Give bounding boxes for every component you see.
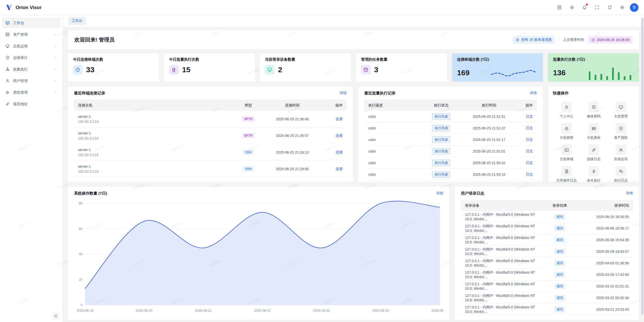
sidebar-item-workbench[interactable]: 工作台 [2,18,61,28]
login-device: 127.0.0.1 - 内网IP - Mozilla/5.0 (Windows … [465,305,542,314]
user-avatar[interactable]: 管 [630,3,638,12]
login-device: 127.0.0.1 - 内网IP - Mozilla/5.0 (Windows … [465,259,542,267]
host-name: server-1 [78,115,234,119]
sidebar-item-project-link[interactable]: 项目地址 [2,99,61,109]
connect-link[interactable]: 连接 [336,167,343,171]
quick-action-主机身份[interactable]: 主机身份 [580,122,607,141]
login-log-card: 用户登录日志 详情 登录设备 登录结果 登录时间 127.0.0.1 - 内网I… [455,187,639,320]
quick-action-资产授权[interactable]: 资产授权 [607,122,634,141]
notifications-button[interactable] [580,3,589,12]
quick-action-个人中心[interactable]: 个人中心 [553,101,580,120]
exec-desc: color [368,172,421,176]
sidebar-item-user-mgmt[interactable]: 用户管理 [2,76,61,86]
stat-card-managed-tasks: 管理的任务数量 3 [356,53,447,82]
column-header: 登录时间 [577,203,629,208]
user-icon [5,79,10,83]
host-name: server-1 [78,131,234,135]
calendar-stat-box [361,65,371,75]
last-login-label: 上次登录时间 [563,38,584,42]
status-badge: 执行完成 [432,125,450,131]
link-icon [591,148,596,152]
stat-card-login-devices: 当前登录设备数量 2 [260,53,351,82]
batch-detail-link[interactable]: 详情 [530,91,537,95]
sidebar-item-label: 批量执行 [13,67,51,72]
filetext-icon [564,169,569,174]
log-link[interactable]: 日志 [526,172,533,176]
quick-action-主机管理[interactable]: 主机管理 [607,101,634,120]
result-badge: 成功 [554,306,565,312]
table-row: color 执行完成 2025-06-25 21:50:10 日志 [364,169,537,180]
fullscreen-button[interactable] [592,3,602,12]
exec-desc: color [368,115,421,119]
quick-action-label: 文件操作日志 [556,178,577,183]
monitor-icon [5,44,10,48]
result-badge: 成功 [554,248,565,255]
result-badge: 成功 [554,272,565,278]
settings-button[interactable] [617,3,627,12]
sidebar-item-batch-exec[interactable]: 批量执行 [2,64,61,75]
monitor-icon [267,67,272,72]
login-detail-link[interactable]: 详情 [626,191,633,196]
sidebar-item-host-ops[interactable]: 主机运维 [2,41,61,51]
scrollbar[interactable] [641,18,643,315]
workspace-button[interactable] [554,3,564,12]
quick-action-执行日志[interactable]: 执行日志 [607,165,634,184]
quick-action-主机密钥[interactable]: 主机密钥 [553,122,580,141]
log-link[interactable]: 日志 [526,149,533,153]
quick-action-命令执行[interactable]: 命令执行 [580,165,607,184]
stat-value: 33 [86,65,94,74]
quick-action-主机终端[interactable]: 主机终端 [553,144,580,162]
user-icon [564,105,569,110]
login-device: 127.0.0.1 - 内网IP - Mozilla/5.0 (Windows … [465,247,542,256]
quick-action-在线会话[interactable]: 在线会话 [607,144,634,162]
card-title: 最近终端连接记录 [74,91,105,96]
connect-time: 2025-06-25 21:29:00 [262,167,323,171]
clock-icon [591,38,595,42]
terminal-detail-link[interactable]: 详情 [340,91,347,95]
stats-row: 今日连接终端次数 33 今日批量执行次数 {} 15 当前登录设备数量 2 [68,53,639,82]
connect-time: 2025-06-25 21:35:57 [262,134,323,138]
last-login-time-chip: 2025-06-25 19:26:55 [588,36,632,44]
connect-time: 2025-06-25 21:36:40 [262,117,323,121]
breadcrumb-item-workbench[interactable]: 工作台 [68,17,86,25]
sidebar-item-assets[interactable]: 资产管理 [2,29,61,40]
theme-toggle-button[interactable] [567,3,577,12]
status-badge: 执行完成 [432,171,450,178]
sidebar-collapse-button[interactable] [52,311,60,320]
type-badge: SFTP [242,116,255,122]
login-device: 127.0.0.1 - 内网IP - Mozilla/5.0 (Windows … [465,270,542,279]
users-icon [619,148,623,152]
code-square-icon [557,5,562,10]
sidebar-item-label: 资产管理 [13,32,51,37]
refresh-button[interactable] [605,3,614,12]
exec-time: 2025-06-25 21:50:10 [461,172,517,176]
sidebar-item-ops-audit[interactable]: 运维审计 [2,52,61,63]
card-title: 系统操作数量 (7日) [74,191,107,196]
log-link[interactable]: 日志 [526,126,533,130]
terminal-icon [564,148,569,152]
quick-action-连接日志[interactable]: 连接日志 [580,144,607,162]
chevron-down-icon [54,56,57,59]
quick-action-文件操作日志[interactable]: 文件操作日志 [553,165,580,184]
fullscreen-icon [595,5,599,10]
quick-action-修改密码[interactable]: 修改密码 [580,101,607,120]
svg-text:2025-06-23: 2025-06-23 [313,309,330,312]
calendar-clock-icon [363,67,368,72]
clock-icon [75,67,80,72]
connect-link[interactable]: 连接 [336,150,343,154]
svg-text:2025-06-21: 2025-06-21 [195,309,212,312]
sidebar-item-system-mgmt[interactable]: 系统管理 [2,87,61,98]
log-link[interactable]: 日志 [526,161,533,165]
quick-actions-grid: 个人中心 修改密码 主机管理 主机密钥 主机身份 资产授权 主机终端 连接日志 … [553,101,634,184]
log-link[interactable]: 日志 [526,114,533,118]
system-chart-detail-link[interactable]: 详情 [436,191,443,196]
login-time: 2025-03-22 01:01:31 [577,284,629,288]
sidebar-item-label: 项目地址 [13,102,57,106]
top-header: Orion Visor 管 [0,0,644,15]
connect-link[interactable]: 连接 [336,133,343,137]
table-header: 连接主机 类型 连接时间 操作 [74,100,347,111]
connect-link[interactable]: 连接 [336,117,343,121]
log-link[interactable]: 日志 [526,137,533,141]
dashboard-icon [5,21,10,25]
unread-messages-chip[interactable]: 您有 15 条未读消息 [513,36,555,44]
